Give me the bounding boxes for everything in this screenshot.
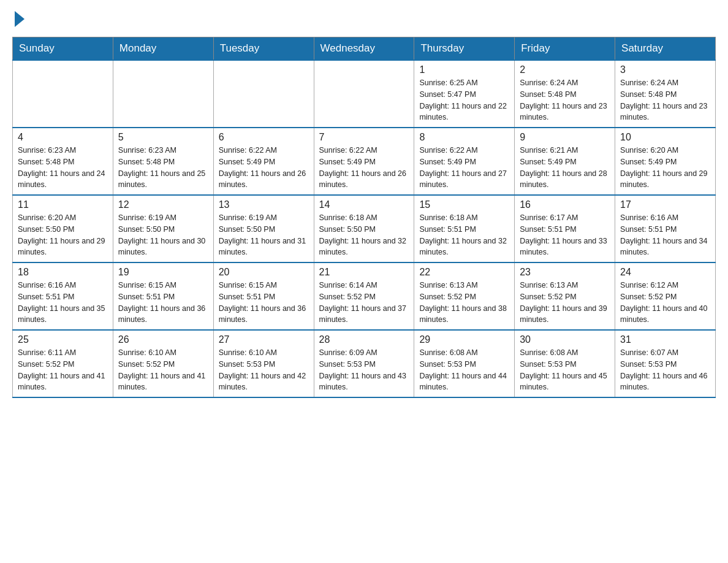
calendar-cell: [113, 60, 213, 128]
day-info: Sunrise: 6:08 AMSunset: 5:53 PMDaylight:…: [520, 347, 610, 393]
calendar-cell: 4Sunrise: 6:23 AMSunset: 5:48 PMDaylight…: [13, 128, 113, 195]
day-number: 5: [118, 132, 208, 143]
calendar-cell: 17Sunrise: 6:16 AMSunset: 5:51 PMDayligh…: [615, 195, 716, 262]
calendar-cell: 7Sunrise: 6:22 AMSunset: 5:49 PMDaylight…: [314, 128, 414, 195]
day-info: Sunrise: 6:16 AMSunset: 5:51 PMDaylight:…: [620, 212, 710, 258]
day-info: Sunrise: 6:24 AMSunset: 5:48 PMDaylight:…: [520, 77, 610, 123]
calendar-cell: 24Sunrise: 6:12 AMSunset: 5:52 PMDayligh…: [615, 262, 716, 330]
day-info: Sunrise: 6:22 AMSunset: 5:49 PMDaylight:…: [319, 145, 409, 191]
calendar-header-wednesday: Wednesday: [314, 37, 414, 61]
day-number: 31: [620, 334, 710, 345]
day-info: Sunrise: 6:19 AMSunset: 5:50 PMDaylight:…: [219, 212, 309, 258]
calendar-cell: 2Sunrise: 6:24 AMSunset: 5:48 PMDaylight…: [515, 60, 615, 128]
day-info: Sunrise: 6:24 AMSunset: 5:48 PMDaylight:…: [620, 77, 710, 123]
calendar-header-thursday: Thursday: [414, 37, 515, 61]
calendar-cell: 9Sunrise: 6:21 AMSunset: 5:49 PMDaylight…: [515, 128, 615, 195]
logo-arrow-icon: [15, 11, 25, 27]
calendar-cell: 23Sunrise: 6:13 AMSunset: 5:52 PMDayligh…: [515, 262, 615, 330]
day-number: 13: [219, 199, 309, 210]
day-info: Sunrise: 6:12 AMSunset: 5:52 PMDaylight:…: [620, 280, 710, 326]
day-info: Sunrise: 6:11 AMSunset: 5:52 PMDaylight:…: [18, 347, 108, 393]
calendar-cell: 11Sunrise: 6:20 AMSunset: 5:50 PMDayligh…: [13, 195, 113, 262]
day-info: Sunrise: 6:18 AMSunset: 5:50 PMDaylight:…: [319, 212, 409, 258]
calendar-cell: [213, 60, 314, 128]
day-info: Sunrise: 6:07 AMSunset: 5:53 PMDaylight:…: [620, 347, 710, 393]
calendar-week-row: 1Sunrise: 6:25 AMSunset: 5:47 PMDaylight…: [13, 60, 716, 128]
calendar-cell: 21Sunrise: 6:14 AMSunset: 5:52 PMDayligh…: [314, 262, 414, 330]
calendar-cell: 5Sunrise: 6:23 AMSunset: 5:48 PMDaylight…: [113, 128, 213, 195]
calendar-cell: 12Sunrise: 6:19 AMSunset: 5:50 PMDayligh…: [113, 195, 213, 262]
calendar-cell: 14Sunrise: 6:18 AMSunset: 5:50 PMDayligh…: [314, 195, 414, 262]
calendar-table: SundayMondayTuesdayWednesdayThursdayFrid…: [12, 37, 716, 398]
calendar-cell: 20Sunrise: 6:15 AMSunset: 5:51 PMDayligh…: [213, 262, 314, 330]
day-number: 28: [319, 334, 409, 345]
day-number: 8: [419, 132, 509, 143]
day-info: Sunrise: 6:13 AMSunset: 5:52 PMDaylight:…: [520, 280, 610, 326]
calendar-cell: 30Sunrise: 6:08 AMSunset: 5:53 PMDayligh…: [515, 330, 615, 397]
calendar-cell: [13, 60, 113, 128]
day-info: Sunrise: 6:15 AMSunset: 5:51 PMDaylight:…: [219, 280, 309, 326]
day-info: Sunrise: 6:20 AMSunset: 5:49 PMDaylight:…: [620, 145, 710, 191]
calendar-header-row: SundayMondayTuesdayWednesdayThursdayFrid…: [13, 37, 716, 61]
day-number: 6: [219, 132, 309, 143]
calendar-week-row: 18Sunrise: 6:16 AMSunset: 5:51 PMDayligh…: [13, 262, 716, 330]
day-info: Sunrise: 6:25 AMSunset: 5:47 PMDaylight:…: [419, 77, 509, 123]
day-number: 3: [620, 64, 710, 75]
day-info: Sunrise: 6:23 AMSunset: 5:48 PMDaylight:…: [18, 145, 108, 191]
day-info: Sunrise: 6:10 AMSunset: 5:53 PMDaylight:…: [219, 347, 309, 393]
calendar-header-sunday: Sunday: [13, 37, 113, 61]
day-info: Sunrise: 6:22 AMSunset: 5:49 PMDaylight:…: [419, 145, 509, 191]
day-number: 10: [620, 132, 710, 143]
day-info: Sunrise: 6:09 AMSunset: 5:53 PMDaylight:…: [319, 347, 409, 393]
day-number: 20: [219, 267, 309, 278]
day-info: Sunrise: 6:23 AMSunset: 5:48 PMDaylight:…: [118, 145, 208, 191]
calendar-cell: 15Sunrise: 6:18 AMSunset: 5:51 PMDayligh…: [414, 195, 515, 262]
calendar-cell: 8Sunrise: 6:22 AMSunset: 5:49 PMDaylight…: [414, 128, 515, 195]
calendar-cell: [314, 60, 414, 128]
day-number: 1: [419, 64, 509, 75]
calendar-header-tuesday: Tuesday: [213, 37, 314, 61]
day-number: 26: [118, 334, 208, 345]
day-number: 12: [118, 199, 208, 210]
day-info: Sunrise: 6:19 AMSunset: 5:50 PMDaylight:…: [118, 212, 208, 258]
calendar-cell: 26Sunrise: 6:10 AMSunset: 5:52 PMDayligh…: [113, 330, 213, 397]
calendar-week-row: 11Sunrise: 6:20 AMSunset: 5:50 PMDayligh…: [13, 195, 716, 262]
day-info: Sunrise: 6:20 AMSunset: 5:50 PMDaylight:…: [18, 212, 108, 258]
day-number: 14: [319, 199, 409, 210]
logo: [12, 12, 61, 25]
day-number: 27: [219, 334, 309, 345]
day-number: 15: [419, 199, 509, 210]
day-number: 7: [319, 132, 409, 143]
day-info: Sunrise: 6:13 AMSunset: 5:52 PMDaylight:…: [419, 280, 509, 326]
day-number: 21: [319, 267, 409, 278]
day-info: Sunrise: 6:18 AMSunset: 5:51 PMDaylight:…: [419, 212, 509, 258]
calendar-cell: 29Sunrise: 6:08 AMSunset: 5:53 PMDayligh…: [414, 330, 515, 397]
calendar-header-saturday: Saturday: [615, 37, 716, 61]
calendar-cell: 13Sunrise: 6:19 AMSunset: 5:50 PMDayligh…: [213, 195, 314, 262]
day-number: 9: [520, 132, 610, 143]
day-number: 22: [419, 267, 509, 278]
day-number: 17: [620, 199, 710, 210]
calendar-cell: 25Sunrise: 6:11 AMSunset: 5:52 PMDayligh…: [13, 330, 113, 397]
day-info: Sunrise: 6:15 AMSunset: 5:51 PMDaylight:…: [118, 280, 208, 326]
day-info: Sunrise: 6:14 AMSunset: 5:52 PMDaylight:…: [319, 280, 409, 326]
day-number: 19: [118, 267, 208, 278]
calendar-header-monday: Monday: [113, 37, 213, 61]
calendar-cell: 28Sunrise: 6:09 AMSunset: 5:53 PMDayligh…: [314, 330, 414, 397]
day-info: Sunrise: 6:10 AMSunset: 5:52 PMDaylight:…: [118, 347, 208, 393]
calendar-cell: 19Sunrise: 6:15 AMSunset: 5:51 PMDayligh…: [113, 262, 213, 330]
calendar-cell: 3Sunrise: 6:24 AMSunset: 5:48 PMDaylight…: [615, 60, 716, 128]
day-number: 16: [520, 199, 610, 210]
header: [12, 12, 716, 25]
calendar-cell: 6Sunrise: 6:22 AMSunset: 5:49 PMDaylight…: [213, 128, 314, 195]
day-info: Sunrise: 6:17 AMSunset: 5:51 PMDaylight:…: [520, 212, 610, 258]
calendar-cell: 31Sunrise: 6:07 AMSunset: 5:53 PMDayligh…: [615, 330, 716, 397]
day-info: Sunrise: 6:16 AMSunset: 5:51 PMDaylight:…: [18, 280, 108, 326]
day-info: Sunrise: 6:21 AMSunset: 5:49 PMDaylight:…: [520, 145, 610, 191]
calendar-cell: 1Sunrise: 6:25 AMSunset: 5:47 PMDaylight…: [414, 60, 515, 128]
day-number: 11: [18, 199, 108, 210]
day-number: 23: [520, 267, 610, 278]
calendar-cell: 16Sunrise: 6:17 AMSunset: 5:51 PMDayligh…: [515, 195, 615, 262]
day-number: 18: [18, 267, 108, 278]
day-info: Sunrise: 6:22 AMSunset: 5:49 PMDaylight:…: [219, 145, 309, 191]
